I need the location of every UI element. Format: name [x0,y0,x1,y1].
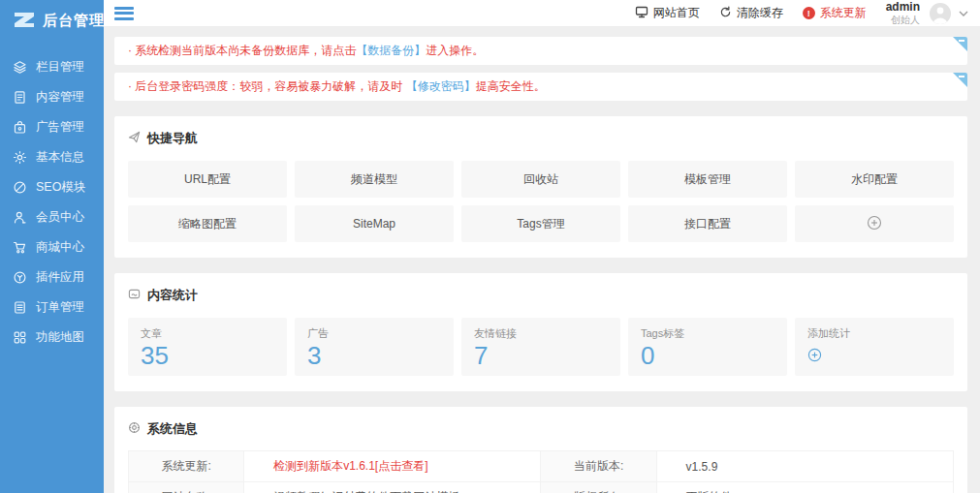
site-home-label: 网站首页 [653,5,700,21]
sysinfo-value: 视频教程知识付费软件下载网站模板 [244,482,541,493]
avatar[interactable] [930,3,951,24]
settings-icon [128,421,141,437]
sidebar-item-basic-info[interactable]: 基本信息 [0,142,104,172]
stat-value: 35 [141,343,274,368]
sidebar-item-ads[interactable]: 广告管理 [0,112,104,142]
quick-nav-thumbnail-config[interactable]: 缩略图配置 [128,205,287,242]
quick-nav-card: 快捷导航 URL配置 频道模型 回收站 模板管理 水印配置 缩略图配置 Site… [114,116,967,258]
layers-icon [13,60,27,75]
sidebar-item-label: 订单管理 [36,299,84,316]
data-backup-link[interactable]: 【数据备份】 [356,44,426,57]
sidebar-item-seo[interactable]: SEO模块 [0,172,104,202]
quick-nav-channel-model[interactable]: 频道模型 [295,161,454,198]
stats-grid: 文章 35 广告 3 友情链接 7 Tags标签 0 添加统计 [128,318,954,376]
site-home-link[interactable]: 网站首页 [635,5,700,21]
order-icon [13,300,27,315]
quick-nav-api-config[interactable]: 接口配置 [628,205,787,242]
system-info-title-label: 系统信息 [147,420,198,438]
user-info[interactable]: admin 创始人 [886,1,920,24]
content-stats-title: 内容统计 [128,287,954,304]
system-info-card: 系统信息 系统更新: 检测到新版本v1.6.1[点击查看] 当前版本: v1.5… [114,407,967,493]
stat-value: 0 [641,343,775,368]
stat-articles[interactable]: 文章 35 [128,318,287,376]
plus-circle-icon[interactable] [807,349,822,365]
sidebar-item-columns[interactable]: 栏目管理 [0,52,104,82]
sysinfo-label: 网站名称: [129,482,244,493]
top-header: 网站首页 清除缓存 ! 系统更新 admin 创始人 [104,0,980,27]
sidebar-item-label: 插件应用 [36,269,84,286]
alert-text: · 系统检测当前版本尚未备份数据库，请点击 [128,44,356,57]
clear-cache-button[interactable]: 清除缓存 [719,5,783,21]
document-icon [13,90,27,105]
quick-nav-grid: URL配置 频道模型 回收站 模板管理 水印配置 缩略图配置 SiteMap T… [128,161,954,242]
hamburger-menu-icon[interactable] [114,7,134,20]
plugin-icon [13,270,27,285]
change-password-link[interactable]: 【修改密码】 [406,79,476,93]
quick-nav-template-manage[interactable]: 模板管理 [628,161,787,198]
send-icon [128,131,141,146]
sidebar-item-label: 广告管理 [36,119,84,136]
sidebar-item-label: 内容管理 [36,89,84,106]
quick-nav-title-label: 快捷导航 [147,130,198,147]
stat-ads[interactable]: 广告 3 [295,318,454,376]
quick-nav-sitemap[interactable]: SiteMap [295,205,454,242]
sidebar-item-label: SEO模块 [36,179,85,196]
stat-value: 3 [307,343,441,368]
sidebar-item-plugins[interactable]: 插件应用 [0,262,104,293]
stat-label: 友情链接 [474,326,608,341]
seo-icon [13,180,27,195]
sysinfo-value: 正版软件 [656,482,953,493]
alert-password: · 后台登录密码强度：较弱，容易被暴力破解，请及时 【修改密码】提高安全性。 [114,73,967,101]
sidebar-item-label: 栏目管理 [36,59,84,76]
quick-nav-watermark-config[interactable]: 水印配置 [795,161,954,198]
table-row: 网站名称: 视频教程知识付费软件下载网站模板 版权所有: 正版软件 [129,482,954,493]
sidebar-menu: 栏目管理 内容管理 广告管理 基本信息 SEO模块 [0,52,104,353]
fold-dash [959,40,964,42]
user-icon [13,210,27,225]
quick-nav-add-button[interactable] [795,205,954,242]
sidebar-item-members[interactable]: 会员中心 [0,202,104,232]
sidebar: 后台管理 栏目管理 内容管理 广告管理 基本信息 [0,0,104,493]
quick-nav-url-config[interactable]: URL配置 [128,161,287,198]
alert-circle-icon: ! [803,7,815,19]
content-stats-card: 内容统计 文章 35 广告 3 友情链接 7 Tags标签 0 添加统计 [114,273,967,391]
system-update-button[interactable]: ! 系统更新 [803,5,867,21]
refresh-icon [719,6,732,21]
sidebar-item-sitemap[interactable]: 功能地图 [0,323,104,353]
app-logo[interactable]: 后台管理 [0,0,104,43]
clear-cache-label: 清除缓存 [737,5,783,21]
stat-label: Tags标签 [641,326,775,341]
content-stats-title-label: 内容统计 [147,287,198,304]
stat-label: 广告 [307,326,441,341]
quick-nav-recycle-bin[interactable]: 回收站 [461,161,620,198]
quick-nav-title: 快捷导航 [128,130,954,147]
main-content: · 系统检测当前版本尚未备份数据库，请点击【数据备份】进入操作。 · 后台登录密… [104,27,980,493]
logo-z-icon [12,10,37,31]
fold-dash [959,76,964,77]
chevron-down-icon[interactable] [959,11,968,16]
monitor-icon [635,6,648,21]
cart-icon [13,240,27,255]
table-row: 系统更新: 检测到新版本v1.6.1[点击查看] 当前版本: v1.5.9 [129,451,954,482]
gear-icon [13,150,27,165]
new-version-link[interactable]: 检测到新版本v1.6.1[点击查看] [244,451,541,482]
stat-add[interactable]: 添加统计 [795,318,954,376]
stat-tags[interactable]: Tags标签 0 [628,318,787,376]
system-info-table: 系统更新: 检测到新版本v1.6.1[点击查看] 当前版本: v1.5.9 网站… [128,450,954,493]
sidebar-item-content[interactable]: 内容管理 [0,82,104,112]
plus-circle-icon [867,215,882,233]
sidebar-item-mall[interactable]: 商城中心 [0,232,104,262]
alert-text: 进入操作。 [426,44,484,57]
stat-friend-links[interactable]: 友情链接 7 [461,318,620,376]
sysinfo-value: v1.5.9 [656,451,953,482]
sysinfo-label: 版权所有: [541,482,656,493]
user-name: admin [886,1,920,14]
stat-label: 添加统计 [807,326,941,341]
sidebar-item-label: 基本信息 [36,149,84,166]
sidebar-item-label: 功能地图 [36,329,84,346]
quick-nav-tags-manage[interactable]: Tags管理 [461,205,620,242]
sidebar-item-orders[interactable]: 订单管理 [0,293,104,323]
system-update-label: 系统更新 [820,5,867,21]
app-title: 后台管理 [43,12,105,30]
user-role: 创始人 [886,15,920,25]
